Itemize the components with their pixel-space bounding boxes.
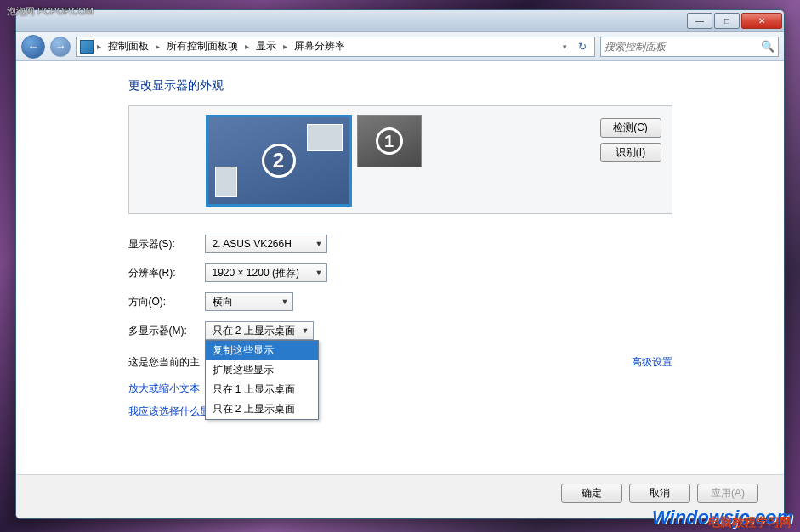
breadcrumb-item[interactable]: 显示 — [252, 39, 280, 54]
resolution-combo[interactable]: 1920 × 1200 (推荐) ▼ — [205, 263, 327, 282]
search-box[interactable]: 🔍 — [600, 37, 779, 57]
search-icon[interactable]: 🔍 — [761, 40, 774, 53]
dropdown-item[interactable]: 只在 1 上显示桌面 — [206, 380, 318, 399]
watermark-bottom2: 电脑教程学习网 — [708, 515, 791, 530]
control-panel-icon — [80, 40, 94, 54]
page-title: 更改显示器的外观 — [128, 78, 672, 93]
dropdown-item[interactable]: 只在 2 上显示桌面 — [206, 399, 318, 419]
identify-button[interactable]: 识别(I) — [600, 143, 661, 162]
chevron-right-icon: ▸ — [156, 42, 160, 51]
dropdown-item[interactable]: 扩展这些显示 — [206, 360, 318, 380]
search-input[interactable] — [604, 41, 761, 53]
window-controls: — □ ✕ — [685, 13, 782, 29]
navbar: ← → ▸ 控制面板 ▸ 所有控制面板项 ▸ 显示 ▸ 屏幕分辨率 ▾ ↻ 🔍 — [16, 32, 784, 61]
combo-value: 2. ASUS VK266H — [213, 238, 310, 250]
dropdown-item[interactable]: 复制这些显示 — [206, 341, 318, 360]
chevron-right-icon: ▸ — [97, 42, 101, 51]
watermark-top: 泡泡网 PCPOP.COM — [7, 5, 94, 18]
orientation-label: 方向(O): — [128, 295, 205, 309]
text-size-link[interactable]: 放大或缩小文本 — [128, 382, 200, 394]
chevron-down-icon: ▼ — [310, 240, 323, 248]
monitor-1[interactable]: 1 — [357, 115, 422, 167]
apply-button[interactable]: 应用(A) — [697, 484, 758, 503]
breadcrumb: 控制面板 ▸ 所有控制面板项 ▸ 显示 ▸ 屏幕分辨率 — [105, 39, 556, 54]
display-label: 显示器(S): — [128, 237, 205, 252]
breadcrumb-item[interactable]: 控制面板 — [105, 39, 152, 54]
chevron-down-icon: ▼ — [276, 297, 289, 306]
chevron-right-icon: ▸ — [283, 42, 287, 51]
combo-value: 1920 × 1200 (推荐) — [213, 266, 310, 280]
window: — □ ✕ ← → ▸ 控制面板 ▸ 所有控制面板项 ▸ 显示 ▸ 屏幕分辨率 … — [15, 9, 785, 519]
chevron-down-icon[interactable]: ▾ — [559, 42, 570, 51]
display-arrangement[interactable]: 2 1 检测(C) 识别(I) — [128, 105, 672, 214]
content-area: 更改显示器的外观 2 1 检测(C) 识别(I) 显示器(S): 2 — [16, 61, 784, 474]
minimize-button[interactable]: — — [687, 13, 712, 29]
display-combo[interactable]: 2. ASUS VK266H ▼ — [205, 235, 327, 253]
maximize-button[interactable]: □ — [714, 13, 740, 29]
monitor-number: 1 — [376, 127, 403, 155]
chevron-down-icon: ▼ — [310, 269, 323, 277]
combo-value: 横向 — [213, 295, 276, 309]
cancel-button[interactable]: 取消 — [629, 484, 690, 503]
refresh-icon[interactable]: ↻ — [574, 41, 591, 53]
monitor-2[interactable]: 2 — [206, 115, 352, 207]
titlebar: — □ ✕ — [16, 10, 784, 32]
monitor-number: 2 — [262, 144, 296, 178]
chevron-down-icon: ▼ — [297, 326, 309, 335]
detect-button[interactable]: 检测(C) — [600, 118, 661, 138]
monitor-thumbnail — [215, 167, 237, 197]
close-button[interactable]: ✕ — [741, 13, 782, 29]
multi-display-dropdown: 复制这些显示 扩展这些显示 只在 1 上显示桌面 只在 2 上显示桌面 — [205, 340, 319, 420]
multi-display-combo[interactable]: 只在 2 上显示桌面 ▼ 复制这些显示 扩展这些显示 只在 1 上显示桌面 只在… — [205, 321, 314, 340]
orientation-combo[interactable]: 横向 ▼ — [205, 292, 293, 311]
resolution-label: 分辨率(R): — [128, 266, 205, 280]
main-display-text: 这是您当前的主 — [128, 356, 200, 368]
breadcrumb-item[interactable]: 屏幕分辨率 — [291, 39, 349, 54]
breadcrumb-item[interactable]: 所有控制面板项 — [163, 39, 241, 54]
address-bar[interactable]: ▸ 控制面板 ▸ 所有控制面板项 ▸ 显示 ▸ 屏幕分辨率 ▾ ↻ — [76, 37, 595, 57]
ok-button[interactable]: 确定 — [561, 484, 622, 503]
chevron-right-icon: ▸ — [245, 42, 249, 51]
multi-display-label: 多显示器(M): — [128, 324, 205, 338]
back-button[interactable]: ← — [21, 35, 45, 59]
advanced-settings-link[interactable]: 高级设置 — [632, 355, 672, 370]
monitor-thumbnail — [307, 124, 343, 151]
combo-value: 只在 2 上显示桌面 — [213, 324, 297, 338]
forward-button[interactable]: → — [50, 37, 71, 57]
